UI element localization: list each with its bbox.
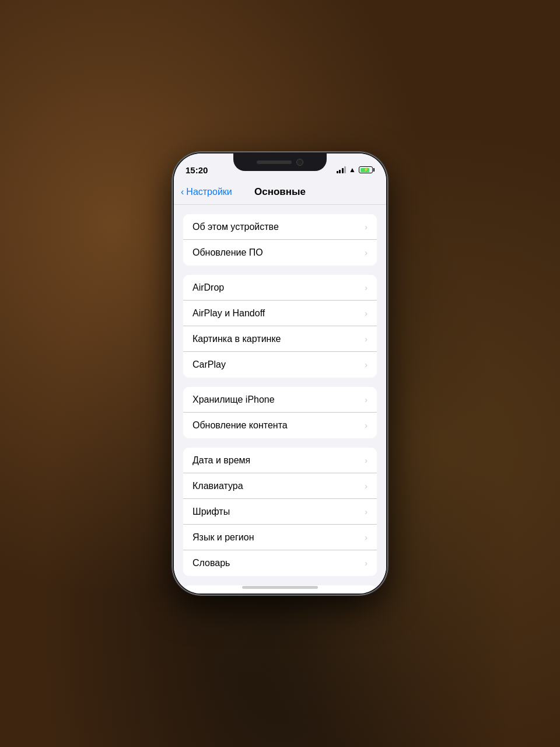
chevron-right-icon: › bbox=[365, 507, 368, 516]
row-dictionary-label: Словарь bbox=[192, 558, 230, 568]
row-iphone-storage-label: Хранилище iPhone bbox=[192, 395, 275, 405]
section-connectivity: AirDrop › AirPlay и Handoff › Картинка в… bbox=[183, 275, 377, 378]
row-about[interactable]: Об этом устройстве › bbox=[183, 214, 377, 240]
navigation-bar: ‹ Настройки Основные bbox=[174, 179, 386, 205]
row-language-region-label: Язык и регион bbox=[192, 532, 254, 543]
section-storage: Хранилище iPhone › Обновление контента › bbox=[183, 387, 377, 438]
phone-screen: 15:20 ▲ ⚡ bbox=[174, 153, 386, 594]
row-airplay-handoff[interactable]: AirPlay и Handoff › bbox=[183, 301, 377, 326]
status-icons: ▲ ⚡ bbox=[337, 166, 374, 174]
row-vpn-management-label: VPN и управление устройством bbox=[192, 593, 330, 594]
row-fonts[interactable]: Шрифты › bbox=[183, 499, 377, 525]
row-date-time-label: Дата и время bbox=[192, 455, 250, 466]
row-airplay-handoff-label: AirPlay и Handoff bbox=[192, 308, 265, 319]
chevron-right-icon: › bbox=[365, 283, 368, 292]
row-content-update-label: Обновление контента bbox=[192, 420, 288, 431]
row-software-update[interactable]: Обновление ПО › bbox=[183, 240, 377, 266]
row-carplay[interactable]: CarPlay › bbox=[183, 352, 377, 378]
row-keyboard-label: Клавиатура bbox=[192, 481, 243, 491]
settings-content: Об этом устройстве › Обновление ПО › Air… bbox=[174, 205, 386, 594]
chevron-right-icon: › bbox=[365, 248, 368, 257]
row-fonts-label: Шрифты bbox=[192, 507, 230, 517]
section-regional: Дата и время › Клавиатура › Шрифты › Я bbox=[183, 448, 377, 576]
row-picture-in-picture-label: Картинка в картинке bbox=[192, 334, 281, 344]
section-device: Об этом устройстве › Обновление ПО › bbox=[183, 214, 377, 266]
signal-icon bbox=[337, 166, 346, 173]
chevron-right-icon: › bbox=[365, 456, 368, 465]
row-dictionary[interactable]: Словарь › bbox=[183, 550, 377, 576]
chevron-left-icon: ‹ bbox=[181, 187, 184, 197]
chevron-right-icon: › bbox=[365, 360, 368, 369]
row-content-update[interactable]: Обновление контента › bbox=[183, 413, 377, 438]
back-button[interactable]: ‹ Настройки bbox=[181, 187, 232, 197]
row-airdrop-label: AirDrop bbox=[192, 282, 224, 293]
notch bbox=[233, 153, 327, 171]
chevron-right-icon: › bbox=[365, 395, 368, 404]
page-title: Основные bbox=[254, 186, 306, 198]
battery-icon: ⚡ bbox=[359, 166, 374, 173]
row-language-region[interactable]: Язык и регион › bbox=[183, 525, 377, 550]
row-iphone-storage[interactable]: Хранилище iPhone › bbox=[183, 387, 377, 413]
row-carplay-label: CarPlay bbox=[192, 359, 226, 370]
chevron-right-icon: › bbox=[365, 334, 368, 344]
back-label: Настройки bbox=[186, 187, 232, 197]
row-picture-in-picture[interactable]: Картинка в картинке › bbox=[183, 326, 377, 352]
chevron-right-icon: › bbox=[365, 421, 368, 430]
chevron-right-icon: › bbox=[365, 558, 368, 568]
row-software-update-label: Обновление ПО bbox=[192, 247, 263, 258]
chevron-right-icon: › bbox=[365, 481, 368, 491]
phone-wrapper: 15:20 ▲ ⚡ bbox=[172, 152, 388, 595]
row-date-time[interactable]: Дата и время › bbox=[183, 448, 377, 473]
phone-body: 15:20 ▲ ⚡ bbox=[172, 152, 388, 595]
home-indicator bbox=[242, 586, 318, 589]
wifi-icon: ▲ bbox=[349, 166, 356, 174]
chevron-right-icon: › bbox=[365, 533, 368, 542]
row-keyboard[interactable]: Клавиатура › bbox=[183, 473, 377, 499]
speaker bbox=[257, 160, 292, 164]
row-about-label: Об этом устройстве bbox=[192, 222, 279, 232]
row-airdrop[interactable]: AirDrop › bbox=[183, 275, 377, 301]
status-time: 15:20 bbox=[186, 165, 208, 175]
chevron-right-icon: › bbox=[365, 309, 368, 318]
front-camera bbox=[296, 159, 303, 166]
chevron-right-icon: › bbox=[365, 222, 368, 232]
